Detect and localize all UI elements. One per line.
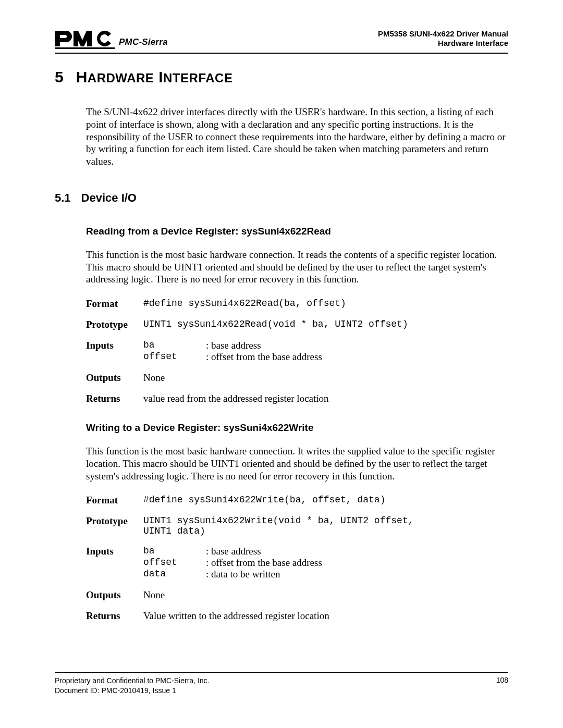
input-name: offset [143, 351, 206, 363]
footer-left: Proprietary and Confidential to PMC-Sier… [55, 676, 209, 696]
def-row-prototype: Prototype UINT1 sysSuni4x622Write(void *… [86, 515, 508, 536]
logo-block: PMC-Sierra [55, 29, 168, 50]
write-paragraph: This function is the most basic hardware… [86, 445, 508, 482]
chapter-heading: 5 HARDWARE INTERFACE [55, 68, 508, 86]
input-line: data : data to be written [143, 569, 508, 580]
input-line: ba : base address [143, 546, 508, 557]
def-value: None [143, 589, 508, 601]
def-row-outputs: Outputs None [86, 372, 508, 384]
def-row-prototype: Prototype UINT1 sysSuni4x622Read(void * … [86, 319, 508, 330]
footer-docid: Document ID: PMC-2010419, Issue 1 [55, 686, 209, 696]
def-label: Outputs [86, 589, 143, 601]
company-name: PMC-Sierra [119, 37, 168, 50]
section-title: Device I/O [81, 191, 137, 205]
svg-rect-4 [55, 47, 115, 49]
def-value: None [143, 372, 508, 384]
read-paragraph: This function is the most basic hardware… [86, 249, 508, 286]
def-row-returns: Returns Value written to the addressed r… [86, 610, 508, 622]
intro-paragraph: The S/UNI-4x622 driver interfaces direct… [86, 106, 508, 168]
def-label: Returns [86, 610, 143, 622]
def-value: #define sysSuni4x622Read(ba, offset) [143, 298, 508, 310]
input-line: offset : offset from the base address [143, 557, 508, 569]
input-desc: : data to be written [206, 569, 280, 580]
doc-section: Hardware Interface [378, 39, 508, 48]
def-label: Prototype [86, 319, 143, 330]
def-value: #define sysSuni4x622Write(ba, offset, da… [143, 495, 508, 506]
input-desc: : offset from the base address [206, 351, 322, 363]
input-line: offset : offset from the base address [143, 351, 508, 363]
def-label: Outputs [86, 372, 143, 384]
def-row-inputs: Inputs ba : base address offset : offset… [86, 340, 508, 363]
def-row-format: Format #define sysSuni4x622Read(ba, offs… [86, 298, 508, 310]
pmc-logo-icon [55, 29, 115, 50]
inputs-grid: ba : base address offset : offset from t… [143, 546, 508, 580]
write-definitions: Format #define sysSuni4x622Write(ba, off… [86, 495, 508, 622]
read-definitions: Format #define sysSuni4x622Read(ba, offs… [86, 298, 508, 404]
input-desc: : offset from the base address [206, 557, 322, 569]
footer-proprietary: Proprietary and Confidential to PMC-Sier… [55, 676, 209, 686]
def-value: Value written to the addressed register … [143, 610, 508, 622]
doc-title: PM5358 S/UNI-4x622 Driver Manual [378, 29, 508, 39]
input-desc: : base address [206, 340, 261, 351]
def-value: value read from the addressed register l… [143, 393, 508, 404]
def-row-format: Format #define sysSuni4x622Write(ba, off… [86, 495, 508, 506]
def-label: Format [86, 495, 143, 506]
def-label: Returns [86, 393, 143, 404]
def-label: Format [86, 298, 143, 310]
input-name: offset [143, 557, 206, 569]
def-row-outputs: Outputs None [86, 589, 508, 601]
def-row-inputs: Inputs ba : base address offset : offset… [86, 546, 508, 580]
input-name: ba [143, 546, 206, 557]
section-number: 5.1 [55, 191, 71, 205]
chapter-title: HARDWARE INTERFACE [76, 68, 233, 86]
def-label: Prototype [86, 515, 143, 536]
page-footer: Proprietary and Confidential to PMC-Sier… [55, 672, 508, 696]
def-value: UINT1 sysSuni4x622Read(void * ba, UINT2 … [143, 319, 508, 330]
def-row-returns: Returns value read from the addressed re… [86, 393, 508, 404]
input-name: data [143, 569, 206, 580]
read-heading: Reading from a Device Register: sysSuni4… [86, 226, 508, 237]
inputs-grid: ba : base address offset : offset from t… [143, 340, 508, 363]
page-header: PMC-Sierra PM5358 S/UNI-4x622 Driver Man… [55, 29, 508, 54]
chapter-number: 5 [55, 68, 64, 86]
def-label: Inputs [86, 546, 143, 580]
section-heading: 5.1 Device I/O [55, 191, 508, 205]
def-value: UINT1 sysSuni4x622Write(void * ba, UINT2… [143, 515, 508, 536]
write-heading: Writing to a Device Register: sysSuni4x6… [86, 422, 508, 434]
input-name: ba [143, 340, 206, 351]
page-number: 108 [496, 676, 508, 696]
header-right: PM5358 S/UNI-4x622 Driver Manual Hardwar… [378, 29, 508, 50]
input-desc: : base address [206, 546, 261, 557]
page: PMC-Sierra PM5358 S/UNI-4x622 Driver Man… [0, 0, 563, 728]
input-line: ba : base address [143, 340, 508, 351]
def-label: Inputs [86, 340, 143, 363]
